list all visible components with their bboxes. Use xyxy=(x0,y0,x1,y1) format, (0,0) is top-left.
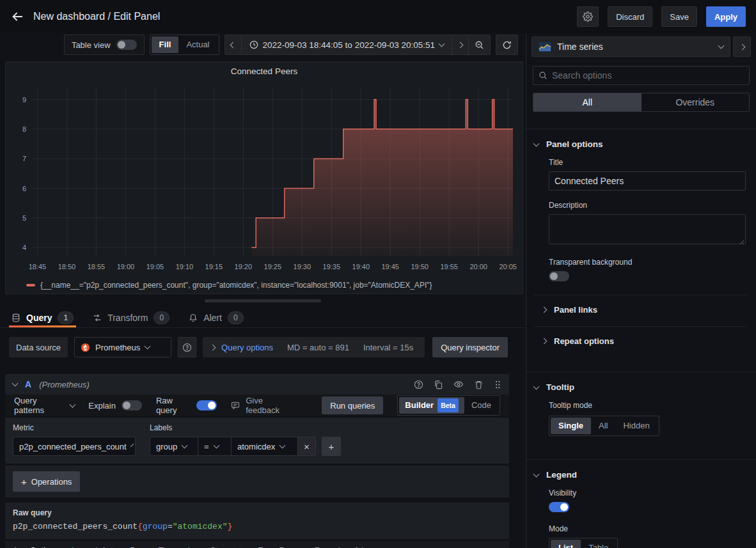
svg-text:19:10: 19:10 xyxy=(176,263,194,270)
remove-label-button[interactable]: × xyxy=(298,437,316,456)
duplicate-icon[interactable] xyxy=(434,380,443,389)
legend-header[interactable]: Legend xyxy=(534,470,747,480)
raw-open-brace: { xyxy=(138,522,143,531)
table-view-toggle[interactable] xyxy=(116,40,137,50)
explain-toggle[interactable] xyxy=(122,400,142,411)
tab-alert[interactable]: Alert 0 xyxy=(189,308,243,327)
tooltip-mode-single[interactable]: Single xyxy=(551,418,591,434)
apply-button[interactable]: Apply xyxy=(706,6,746,27)
pane-splitter-handle[interactable] xyxy=(205,299,321,302)
query-row-header[interactable]: A (Prometheus) xyxy=(5,374,509,395)
repeat-options-heading: Repeat options xyxy=(554,336,614,346)
add-label-button[interactable]: + xyxy=(322,437,341,456)
query-options-footer[interactable]: Options Legend: Auto Format: Time series… xyxy=(5,541,509,548)
time-picker-group: 2022-09-03 18:44:05 to 2022-09-03 20:05:… xyxy=(224,35,491,55)
time-series-chart[interactable]: 45678918:4518:5018:5519:0019:0519:1019:1… xyxy=(10,80,518,278)
label-value-select[interactable]: atomicdex xyxy=(232,437,298,456)
tab-all[interactable]: All xyxy=(533,93,642,111)
raw-metric: p2p_connected_peers_count xyxy=(13,522,138,531)
tab-transform-count: 0 xyxy=(154,311,169,324)
datasource-select[interactable]: Prometheus xyxy=(74,337,171,357)
chevron-down-icon xyxy=(280,442,286,449)
time-shift-back-button[interactable] xyxy=(224,35,242,55)
svg-text:19:35: 19:35 xyxy=(323,263,341,270)
fit-option-actual[interactable]: Actual xyxy=(178,36,217,53)
panel-links-section[interactable]: Panel links xyxy=(534,295,747,315)
panel-options-header[interactable]: Panel options xyxy=(534,139,747,149)
legend-visibility-toggle[interactable] xyxy=(549,502,569,512)
transparent-background-toggle[interactable] xyxy=(549,271,569,281)
section-panel-options: Panel options Title Description Transpar… xyxy=(526,129,756,360)
panel-title-input[interactable] xyxy=(549,171,746,191)
give-feedback-link[interactable]: Give feedback xyxy=(231,396,294,415)
metric-field: Metric p2p_connected_peers_count xyxy=(13,423,136,456)
svg-text:18:45: 18:45 xyxy=(29,263,47,270)
panel-links-heading: Panel links xyxy=(554,305,597,315)
run-queries-button[interactable]: Run queries xyxy=(322,396,383,414)
query-options-bar[interactable]: Query options MD = auto = 891 Interval =… xyxy=(203,337,425,357)
repeat-options-section[interactable]: Repeat options xyxy=(534,326,747,348)
time-zoom-out-button[interactable] xyxy=(469,35,491,55)
visualization-picker[interactable]: Time series xyxy=(532,36,730,57)
chevron-right-icon xyxy=(739,43,745,50)
tooltip-mode-hidden[interactable]: Hidden xyxy=(615,418,657,434)
collapse-chevron-icon[interactable] xyxy=(12,380,19,387)
tooltip-header[interactable]: Tooltip xyxy=(534,382,747,392)
query-patterns-dropdown[interactable]: Query patterns xyxy=(14,396,74,415)
datasource-help-button[interactable] xyxy=(178,337,196,357)
back-arrow-icon[interactable] xyxy=(10,10,24,24)
label-value-value: atomicdex xyxy=(237,442,275,451)
tooltip-heading: Tooltip xyxy=(546,382,574,392)
time-shift-forward-button[interactable] xyxy=(452,35,469,55)
time-range-text: 2022-09-03 18:44:05 to 2022-09-03 20:05:… xyxy=(263,40,435,50)
labels-label: Labels xyxy=(150,423,341,432)
tab-query[interactable]: Query 1 xyxy=(12,308,74,327)
svg-text:18:55: 18:55 xyxy=(88,263,106,270)
chart-panel-title: Connected Peers xyxy=(6,62,523,76)
tab-transform[interactable]: Transform 0 xyxy=(93,308,169,327)
query-inspector-button[interactable]: Query inspector xyxy=(432,337,508,357)
section-tooltip: Tooltip Tooltip mode Single All Hidden xyxy=(526,372,756,448)
title-label: Title xyxy=(549,158,746,167)
fit-option-fill[interactable]: Fill xyxy=(152,36,179,53)
code-option[interactable]: Code xyxy=(464,397,498,414)
raw-label-key: group xyxy=(143,522,168,531)
chevron-down-icon xyxy=(533,140,540,146)
add-operations-button[interactable]: + Operations xyxy=(13,471,80,492)
legend-mode-list[interactable]: List xyxy=(551,540,581,548)
legend-mode-table[interactable]: Table xyxy=(581,540,616,548)
chevron-down-icon xyxy=(182,442,188,449)
option-format: Format: Time series xyxy=(130,546,198,548)
help-circle-icon[interactable] xyxy=(414,380,423,389)
sidebar-tabs: All Overrides xyxy=(533,93,750,112)
operations-label: Operations xyxy=(31,477,72,487)
refresh-icon xyxy=(502,40,512,50)
tooltip-mode-all[interactable]: All xyxy=(591,418,615,434)
drag-handle-icon[interactable] xyxy=(494,380,501,389)
label-name-select[interactable]: group xyxy=(150,437,198,456)
legend-series-label[interactable]: {__name__="p2p_connected_peers_count", g… xyxy=(40,281,432,290)
panel-description-textarea[interactable] xyxy=(549,214,746,244)
search-options-input[interactable] xyxy=(552,70,744,81)
discard-button[interactable]: Discard xyxy=(608,6,652,27)
chevron-down-icon xyxy=(145,343,151,350)
label-operator-select[interactable]: = xyxy=(198,437,232,456)
eye-icon[interactable] xyxy=(453,379,464,389)
query-builder-toolbar: Query patterns Explain Raw query Give fe… xyxy=(5,395,509,416)
time-range-button[interactable]: 2022-09-03 18:44:05 to 2022-09-03 20:05:… xyxy=(242,35,452,55)
collapse-sidebar-button[interactable] xyxy=(733,36,751,57)
raw-label-value: "atomicdex" xyxy=(173,522,228,531)
refresh-button[interactable] xyxy=(496,35,518,55)
builder-option[interactable]: Builder Beta xyxy=(399,397,464,414)
save-button[interactable]: Save xyxy=(661,6,697,27)
tab-overrides[interactable]: Overrides xyxy=(642,93,750,111)
trash-icon[interactable] xyxy=(474,380,484,389)
query-row-actions xyxy=(414,379,501,389)
table-view-label: Table view xyxy=(72,40,111,50)
raw-query-toggle[interactable] xyxy=(196,400,217,411)
query-datasource-hint: (Prometheus) xyxy=(39,380,90,389)
svg-text:9: 9 xyxy=(22,96,26,104)
panel-settings-button[interactable] xyxy=(577,6,599,27)
tab-transform-label: Transform xyxy=(107,313,148,323)
metric-select[interactable]: p2p_connected_peers_count xyxy=(13,437,136,456)
